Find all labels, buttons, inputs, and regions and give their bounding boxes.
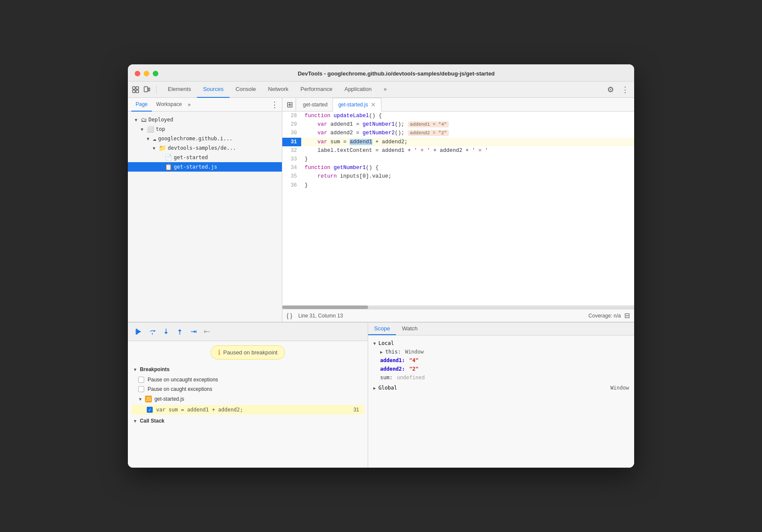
breakpoints-header[interactable]: ▼ Breakpoints xyxy=(128,364,368,375)
bp-file-label: get-started.js xyxy=(154,396,184,402)
status-right: Coverage: n/a ⊟ xyxy=(589,311,630,320)
scope-this-value: Window xyxy=(405,349,423,355)
code-line-36: 36 } xyxy=(282,181,634,190)
tab-sources[interactable]: Sources xyxy=(197,82,230,98)
pause-uncaught-item[interactable]: Pause on uncaught exceptions xyxy=(128,375,368,384)
format-icon[interactable]: { } xyxy=(287,312,292,319)
file-tree: ▼ 🗂 Deployed ▼ ⬜ top ▼ ☁ googlechrome.gi… xyxy=(128,112,282,322)
scope-global-value: Window xyxy=(611,385,629,391)
subtab-menu[interactable]: ⋮ xyxy=(271,100,278,109)
tab-application[interactable]: Application xyxy=(339,82,378,98)
editor-tab-get-started-js[interactable]: get-started.js ✕ xyxy=(333,98,381,112)
coverage-icon[interactable]: ⊟ xyxy=(624,311,630,320)
horizontal-scrollbar[interactable] xyxy=(282,305,634,309)
tab-network[interactable]: Network xyxy=(262,82,295,98)
maximize-button[interactable] xyxy=(153,71,158,76)
bp-code: var sum = addend1 + addend2; xyxy=(156,407,350,413)
step-button[interactable] xyxy=(188,326,199,337)
code-lines: 28 function updateLabel() { 29 var adden… xyxy=(282,112,634,190)
scope-addend1-value: "4" xyxy=(409,357,419,363)
call-stack-header[interactable]: ▼ Call Stack xyxy=(128,415,368,426)
scope-addend2-value: "2" xyxy=(409,366,419,372)
tree-label-get-started: get-started xyxy=(174,154,208,160)
tree-icon-top: ⬜ xyxy=(147,126,154,133)
editor-tab-get-started[interactable]: get-started xyxy=(298,98,333,112)
line-content-33: } xyxy=(301,155,634,163)
main-toolbar: Elements Sources Console Network Perform… xyxy=(128,82,634,98)
subtab-page[interactable]: Page xyxy=(131,98,152,112)
pause-caught-item[interactable]: Pause on caught exceptions xyxy=(128,384,368,394)
scope-this-item[interactable]: ▶ this: Window xyxy=(368,348,634,356)
inspect-icon[interactable] xyxy=(131,85,140,94)
line-num-29: 29 xyxy=(282,120,301,129)
editor-tabs: ⊞ get-started get-started.js ✕ xyxy=(282,98,634,112)
tree-arrow-top: ▼ xyxy=(141,127,145,132)
bottom-area: ℹ Paused on breakpoint ▼ Breakpoints Pau… xyxy=(128,322,634,468)
tree-icon-github: ☁ xyxy=(153,135,156,142)
tree-item-top[interactable]: ▼ ⬜ top xyxy=(128,124,282,134)
deactivate-button[interactable] xyxy=(202,326,213,337)
paused-badge: ℹ Paused on breakpoint xyxy=(211,345,284,360)
bp-file-header[interactable]: ▼ JS get-started.js xyxy=(128,394,368,404)
step-into-button[interactable] xyxy=(160,326,172,337)
tree-arrow-github: ▼ xyxy=(147,136,151,141)
resume-button[interactable] xyxy=(133,326,144,337)
tree-item-devtools[interactable]: ▼ 📁 devtools-samples/de... xyxy=(128,143,282,153)
titlebar: DevTools - googlechrome.github.io/devtoo… xyxy=(128,64,634,82)
scope-local-header[interactable]: ▼ Local xyxy=(368,339,634,348)
tab-elements[interactable]: Elements xyxy=(162,82,197,98)
pause-uncaught-checkbox[interactable] xyxy=(138,377,144,383)
settings-button[interactable]: ⚙ xyxy=(605,84,616,95)
bp-linenum: 31 xyxy=(354,407,359,413)
editor-tab-label-get-started-js: get-started.js xyxy=(338,102,368,108)
tree-icon-get-started: 📄 xyxy=(165,154,172,161)
breakpoints-label: Breakpoints xyxy=(140,366,169,372)
tab-close-icon[interactable]: ✕ xyxy=(371,102,376,108)
scope-content: ▼ Local ▶ this: Window addend1: "4" xyxy=(368,336,634,396)
line-content-30: var addend2 = getNumber2();addend2 = "2" xyxy=(301,129,634,137)
tree-label-top: top xyxy=(156,126,165,132)
line-num-33: 33 xyxy=(282,155,301,163)
editor-tab-label-get-started: get-started xyxy=(303,102,327,108)
bp-checkbox[interactable]: ✓ xyxy=(147,407,153,413)
svg-rect-3 xyxy=(136,90,139,93)
bp-file-icon: JS xyxy=(145,396,152,402)
scope-tab-watch[interactable]: Watch xyxy=(396,323,423,335)
close-button[interactable] xyxy=(135,71,140,76)
line-content-28: function updateLabel() { xyxy=(301,112,634,120)
subtab-more[interactable]: » xyxy=(188,102,191,108)
sub-tabs: Page Workspace » ⋮ xyxy=(128,98,282,112)
line-num-34: 34 xyxy=(282,163,301,172)
device-icon[interactable] xyxy=(142,85,151,94)
tree-item-get-started[interactable]: 📄 get-started xyxy=(128,153,282,162)
scope-global-arrow: ▶ xyxy=(373,386,376,390)
editor-toggle[interactable]: ⊞ xyxy=(284,98,296,112)
code-editor[interactable]: 28 function updateLabel() { 29 var adden… xyxy=(282,112,634,305)
pause-caught-checkbox[interactable] xyxy=(138,386,144,392)
tree-icon-devtools: 📁 xyxy=(159,145,166,151)
bp-line-item[interactable]: ✓ var sum = addend1 + addend2; 31 xyxy=(131,405,364,414)
tree-item-get-started-js[interactable]: 📋 get-started.js xyxy=(128,162,282,172)
tab-more[interactable]: » xyxy=(378,82,393,98)
scope-tab-scope[interactable]: Scope xyxy=(368,323,396,335)
tab-row: Elements Sources Console Network Perform… xyxy=(162,82,605,98)
tab-performance[interactable]: Performance xyxy=(294,82,338,98)
inline-val-addend1: addend1 = "4" xyxy=(408,121,449,127)
scope-addend2-item: addend2: "2" xyxy=(368,365,634,373)
tree-item-github[interactable]: ▼ ☁ googlechrome.github.i... xyxy=(128,134,282,143)
svg-rect-1 xyxy=(133,90,135,93)
code-line-28: 28 function updateLabel() { xyxy=(282,112,634,120)
minimize-button[interactable] xyxy=(144,71,149,76)
tree-label-get-started-js: get-started.js xyxy=(174,164,217,170)
subtab-workspace[interactable]: Workspace xyxy=(152,98,186,112)
toolbar-icons xyxy=(131,85,157,94)
line-num-30: 30 xyxy=(282,129,301,137)
tree-item-deployed[interactable]: ▼ 🗂 Deployed xyxy=(128,115,282,124)
step-out-button[interactable] xyxy=(174,326,185,337)
scope-global-header[interactable]: ▶ Global Window xyxy=(368,384,634,392)
tab-console[interactable]: Console xyxy=(230,82,262,98)
toolbar-right: ⚙ ⋮ xyxy=(605,84,631,95)
more-button[interactable]: ⋮ xyxy=(620,84,631,95)
scrollbar-thumb[interactable] xyxy=(282,305,368,309)
step-over-button[interactable] xyxy=(147,326,158,337)
